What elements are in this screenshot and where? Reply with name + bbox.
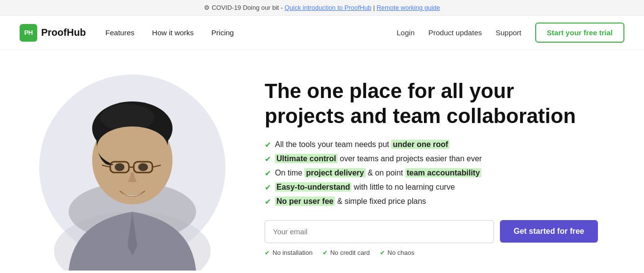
check-icon-sub-3: ✔ [380,249,385,256]
feature-item-1: ✔ All the tools your team needs put unde… [265,140,624,149]
logo-icon: PH [20,24,37,42]
sub-check-3: ✔ No chaos [380,249,415,256]
feature-text-5: No per user fee & simple fixed price pla… [275,197,426,206]
hero-section: The one place for all your projects and … [0,50,644,273]
feature-item-4: ✔ Easy-to-understand with little to no l… [265,183,624,192]
feature-text-3: On time project delivery & on point team… [275,169,481,177]
svg-point-16 [138,163,148,171]
feature-item-3: ✔ On time project delivery & on point te… [265,169,624,178]
banner-text: COVID-19 Doing our bit - [212,4,285,11]
hero-person-image [29,65,235,271]
svg-point-15 [115,163,124,171]
check-icon-3: ✔ [265,169,271,178]
top-banner: ⚙ COVID-19 Doing our bit - Quick introdu… [0,0,644,16]
gear-icon: ⚙ [204,4,210,11]
feature-highlight-3b: team accountability [405,168,481,177]
sub-checks: ✔ No installation ✔ No credit card ✔ No … [265,249,624,256]
navbar: PH ProofHub Features How it works Pricin… [0,16,644,50]
sub-check-1: ✔ No installation [265,249,313,256]
sub-check-label-1: No installation [272,249,313,256]
check-icon-1: ✔ [265,140,271,149]
sub-check-label-3: No chaos [388,249,415,256]
feature-text-4: Easy-to-understand with little to no lea… [275,183,455,192]
feature-highlight-3a: project delivery [304,168,365,177]
feature-highlight-2: Ultimate control [275,154,338,163]
check-icon-2: ✔ [265,154,271,164]
feature-text-2: Ultimate control over teams and projects… [275,154,482,163]
check-icon-5: ✔ [265,197,271,206]
sub-check-label-2: No credit card [330,249,370,256]
feature-highlight-1: under one roof [391,140,449,149]
check-icon-4: ✔ [265,183,271,192]
banner-link-intro[interactable]: Quick introduction to ProofHub [285,4,372,11]
feature-item-5: ✔ No per user fee & simple fixed price p… [265,197,624,206]
email-input[interactable] [265,220,494,243]
nav-how-it-works[interactable]: How it works [152,28,194,37]
sub-check-2: ✔ No credit card [322,249,370,256]
email-row: Get started for free [265,220,598,243]
nav-support[interactable]: Support [495,28,521,37]
feature-highlight-4: Easy-to-understand [275,182,351,192]
logo[interactable]: PH ProofHub [20,24,86,42]
feature-text-5-after: & simple fixed price plans [335,197,426,205]
nav-features[interactable]: Features [105,28,134,37]
hero-image-wrap [0,65,255,271]
feature-text-2-after: over teams and projects easier than ever [338,154,482,163]
check-icon-sub-2: ✔ [322,249,328,256]
nav-right: Login Product updates Support Start your… [396,23,624,43]
nav-product-updates[interactable]: Product updates [428,28,482,37]
feature-text-4-after: with little to no learning curve [351,183,455,191]
nav-pricing[interactable]: Pricing [211,28,234,37]
feature-text-1: All the tools your team needs put under … [275,140,449,149]
start-trial-button[interactable]: Start your free trial [535,23,624,43]
feature-item-2: ✔ Ultimate control over teams and projec… [265,154,624,164]
hero-title: The one place for all your projects and … [265,79,578,128]
feature-highlight-5: No per user fee [275,197,335,206]
nav-login[interactable]: Login [396,28,415,37]
nav-links: Features How it works Pricing [105,28,234,37]
feature-text-1-before: All the tools your team needs put [275,140,391,149]
logo-name: ProofHub [41,27,86,38]
get-started-button[interactable]: Get started for free [500,220,598,243]
logo-initials: PH [24,29,32,36]
svg-point-9 [97,126,168,168]
hero-content: The one place for all your projects and … [255,79,624,256]
check-icon-sub-1: ✔ [265,249,270,256]
banner-link-remote[interactable]: Remote working guide [376,4,440,11]
feature-list: ✔ All the tools your team needs put unde… [265,140,624,206]
